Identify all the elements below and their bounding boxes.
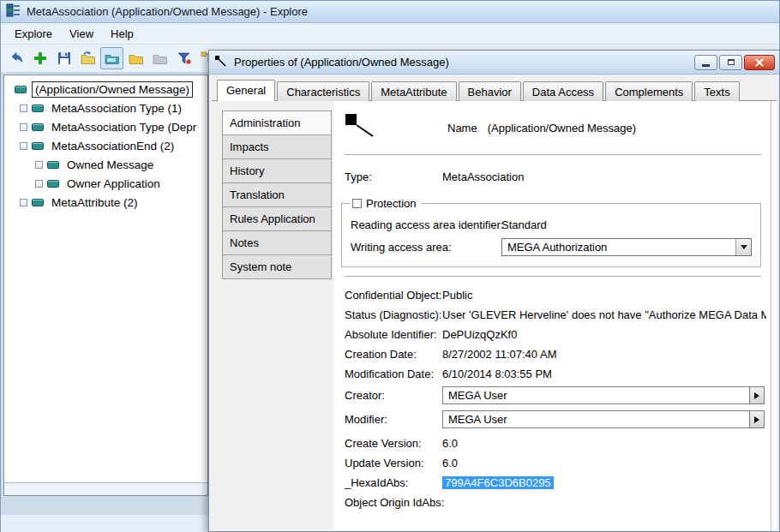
folder-disabled-button[interactable]	[148, 47, 171, 69]
separator	[345, 154, 761, 155]
tree-item-label[interactable]: MetaAssociationEnd (2)	[49, 139, 177, 153]
open-button[interactable]	[76, 47, 99, 69]
hexa-id-value[interactable]: 799A4F6C3D6B0295	[442, 476, 554, 489]
metaassociation-symbol-small-icon	[213, 54, 227, 70]
expander-icon[interactable]	[20, 199, 27, 206]
tree-item-label[interactable]: (Application/Owned Message)	[32, 81, 193, 98]
modifier-field[interactable]: MEGA User	[442, 410, 750, 428]
metaassociation-type-icon	[32, 105, 44, 112]
modifier-row: Modifier: MEGA User	[345, 410, 766, 428]
metaassociation-icon	[15, 86, 27, 93]
add-button[interactable]	[28, 47, 51, 69]
name-value: (Application/Owned Message)	[488, 122, 636, 134]
save-button[interactable]	[52, 47, 75, 69]
tree-item-label[interactable]: MetaAssociation Type (1)	[49, 101, 184, 116]
modifier-picker-button[interactable]	[750, 410, 765, 428]
protection-checkbox[interactable]	[352, 199, 362, 208]
update-version-row: Update Version: 6.0	[345, 457, 766, 469]
absolute-identifier-label: Absolute Identifier:	[345, 328, 442, 341]
close-button[interactable]	[744, 55, 775, 70]
object-origin-label: Object Origin IdAbs:	[345, 496, 442, 509]
menu-explore[interactable]: Explore	[6, 25, 61, 43]
menubar: Explore View Help	[1, 23, 779, 45]
creator-label: Creator:	[345, 389, 442, 402]
close-icon	[754, 57, 765, 68]
nav-system-note[interactable]: System note	[222, 254, 332, 279]
menu-view[interactable]: View	[61, 25, 102, 43]
menu-help[interactable]: Help	[102, 25, 142, 43]
expander-icon[interactable]	[35, 161, 43, 169]
tab-data-access[interactable]: Data Access	[523, 81, 603, 101]
update-version-value: 6.0	[442, 457, 458, 469]
expander-icon[interactable]	[35, 180, 43, 188]
nav-notes[interactable]: Notes	[222, 230, 332, 255]
modification-date-row: Modification Date: 6/10/2014 8:03:55 PM	[345, 368, 766, 380]
nav-impacts[interactable]: Impacts	[222, 134, 332, 159]
tab-texts[interactable]: Texts	[694, 81, 739, 101]
dropdown-arrow-button[interactable]	[735, 239, 751, 255]
save-icon	[57, 51, 72, 66]
dialog-title: Properties of (Application/Owned Message…	[234, 56, 449, 69]
metaattribute-icon	[32, 199, 44, 206]
folder-disabled-icon	[153, 51, 168, 66]
tab-general[interactable]: General	[217, 80, 275, 101]
minimize-button[interactable]	[694, 55, 717, 70]
status-value: User 'GLEVER Herveline' does not have "A…	[442, 308, 766, 321]
expander-icon[interactable]	[20, 142, 27, 150]
tree-item[interactable]: Owner Application	[4, 174, 207, 193]
tree-item[interactable]: MetaAttribute (2)	[4, 193, 207, 212]
filter-button[interactable]	[172, 47, 195, 69]
dialog-nav: Administration Impacts History Translati…	[212, 101, 333, 530]
tree-item-label[interactable]: MetaAssociation Type (Depr	[49, 120, 199, 134]
metaassociationend-item-icon	[47, 161, 59, 169]
reading-access-row: Reading access area identifier: Standard	[351, 218, 753, 231]
object-origin-row: Object Origin IdAbs:	[345, 496, 766, 509]
tree-item-root[interactable]: (Application/Owned Message)	[4, 80, 207, 99]
expander-icon[interactable]	[20, 123, 27, 131]
absolute-identifier-value: DePUizqQzKf0	[442, 328, 517, 341]
tree-item[interactable]: MetaAssociationEnd (2)	[4, 136, 207, 155]
create-version-value: 6.0	[442, 437, 458, 450]
create-version-label: Create Version:	[345, 437, 442, 450]
tab-characteristics[interactable]: Characteristics	[277, 81, 369, 101]
tree-item[interactable]: MetaAssociation Type (Depr	[4, 117, 207, 136]
metaassociation-symbol-icon	[345, 113, 375, 141]
tree-item-label[interactable]: Owned Message	[64, 158, 156, 172]
open-icon	[81, 51, 96, 66]
back-icon	[9, 51, 24, 66]
confidential-row: Confidential Object: Public	[345, 289, 766, 302]
confidential-label: Confidential Object:	[345, 289, 442, 302]
tree-item[interactable]: Owned Message	[4, 155, 207, 174]
expander-icon[interactable]	[20, 105, 27, 112]
folder-icon	[129, 51, 144, 66]
horizontal-scrollbar[interactable]	[4, 482, 207, 495]
writing-access-dropdown[interactable]: MEGA Authorization	[501, 238, 752, 256]
nav-rules-application[interactable]: Rules Application	[222, 206, 332, 231]
dialog-body: Administration Impacts History Translati…	[212, 101, 777, 530]
current-object-button[interactable]	[100, 47, 123, 69]
confidential-value: Public	[442, 289, 472, 302]
tree-item[interactable]: MetaAssociation Type (1)	[4, 99, 207, 117]
metaassociationend-item-icon	[47, 180, 59, 188]
creator-picker-button[interactable]	[750, 386, 765, 404]
add-icon	[33, 51, 48, 66]
protection-group: Protection Reading access area identifie…	[341, 197, 761, 267]
tab-metaattribute[interactable]: MetaAttribute	[371, 81, 456, 101]
tab-behavior[interactable]: Behavior	[459, 81, 521, 101]
restore-button[interactable]	[719, 55, 742, 70]
chevron-down-icon	[741, 245, 747, 249]
nav-history[interactable]: History	[222, 158, 332, 183]
minimize-icon	[702, 64, 710, 67]
back-button[interactable]	[4, 47, 27, 69]
nav-administration[interactable]: Administration	[222, 111, 332, 135]
nav-translation[interactable]: Translation	[222, 182, 332, 207]
creator-field[interactable]: MEGA User	[442, 386, 750, 404]
creator-row: Creator: MEGA User	[345, 386, 766, 404]
tree-item-label[interactable]: Owner Application	[64, 176, 163, 191]
absolute-identifier-row: Absolute Identifier: DePUizqQzKf0	[345, 328, 766, 341]
tree-item-label[interactable]: MetaAttribute (2)	[49, 195, 141, 210]
type-row: Type: MetaAssociation	[345, 170, 766, 183]
tab-complements[interactable]: Complements	[605, 81, 693, 101]
restore-icon	[728, 59, 735, 65]
folder-button[interactable]	[124, 47, 147, 69]
